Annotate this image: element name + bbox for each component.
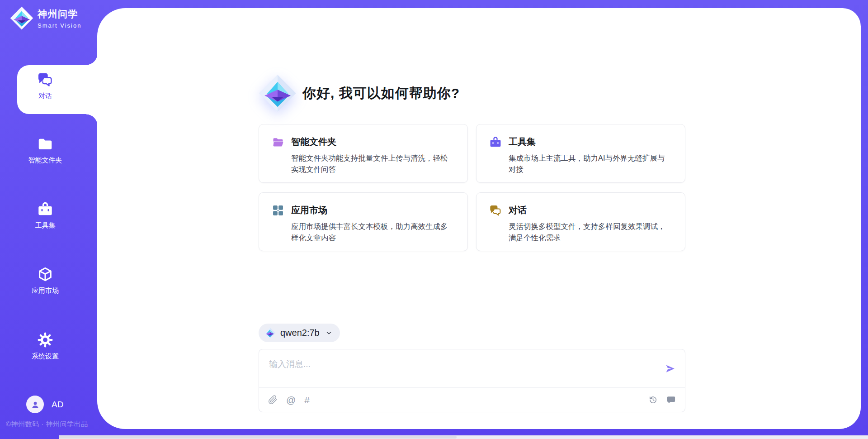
folder-icon bbox=[37, 136, 53, 152]
sidebar-item-label: 应用市场 bbox=[32, 286, 59, 295]
user-profile[interactable]: AD bbox=[26, 396, 63, 413]
toolbox-icon bbox=[37, 201, 53, 217]
brand-subtitle: Smart Vision bbox=[38, 22, 81, 29]
folder-icon bbox=[272, 136, 284, 148]
person-icon bbox=[30, 399, 41, 410]
composer-input-area bbox=[259, 349, 685, 387]
mention-button[interactable]: @ bbox=[286, 395, 296, 406]
gear-icon bbox=[37, 332, 53, 348]
card-smart-folder[interactable]: 智能文件夹 智能文件夹功能支持批量文件上传与清洗，轻松实现文件问答 bbox=[259, 124, 468, 183]
brand: 神州问学 Smart Vision bbox=[10, 6, 81, 30]
chevron-down-icon bbox=[325, 329, 333, 337]
brand-text: 神州问学 Smart Vision bbox=[38, 8, 81, 29]
model-selector[interactable]: qwen2:7b bbox=[259, 324, 340, 342]
send-button[interactable] bbox=[665, 363, 676, 376]
brand-logo-diamond-icon bbox=[10, 6, 33, 30]
at-icon: @ bbox=[286, 395, 296, 406]
brand-name: 神州问学 bbox=[38, 8, 81, 20]
send-icon bbox=[665, 363, 676, 374]
card-description: 应用市场提供丰富长文本模板，助力高效生成多样化文章内容 bbox=[291, 221, 455, 243]
model-name: qwen2:7b bbox=[280, 328, 320, 338]
card-body: 对话 灵活切换多模型文件，支持多样回复效果调试，满足个性化需求 bbox=[509, 204, 672, 239]
nav-active-fillet-top bbox=[86, 53, 98, 65]
app-logo-diamond-icon bbox=[259, 74, 297, 112]
main-panel: 你好, 我可以如何帮助你? 智能文件夹 智能文件夹功能支持批量文件上传与清洗，轻… bbox=[97, 8, 861, 429]
card-title: 应用市场 bbox=[291, 204, 455, 216]
card-title: 智能文件夹 bbox=[291, 136, 455, 148]
greeting: 你好, 我可以如何帮助你? bbox=[259, 74, 685, 112]
cube-icon bbox=[37, 266, 53, 282]
sidebar-item-label: 对话 bbox=[38, 92, 52, 100]
toolbox-icon bbox=[489, 136, 502, 148]
card-description: 灵活切换多模型文件，支持多样回复效果调试，满足个性化需求 bbox=[509, 221, 672, 243]
scrollbar-thumb[interactable] bbox=[59, 436, 457, 439]
content-column: 你好, 我可以如何帮助你? 智能文件夹 智能文件夹功能支持批量文件上传与清洗，轻… bbox=[259, 74, 685, 412]
model-selector-row: qwen2:7b bbox=[259, 324, 685, 342]
greeting-title: 你好, 我可以如何帮助你? bbox=[302, 84, 460, 103]
sidebar-item-app-market[interactable]: 应用市场 bbox=[0, 266, 90, 295]
history-button[interactable] bbox=[648, 395, 658, 405]
sidebar-item-settings[interactable]: 系统设置 bbox=[0, 332, 90, 361]
copyright-text: ©神州数码 · 神州问学出品 bbox=[6, 420, 88, 429]
hash-icon: # bbox=[304, 395, 310, 406]
horizontal-scrollbar[interactable] bbox=[59, 435, 868, 439]
user-name: AD bbox=[52, 400, 63, 410]
card-description: 智能文件夹功能支持批量文件上传与清洗，轻松实现文件问答 bbox=[291, 153, 455, 175]
card-toolbox[interactable]: 工具集 集成市场上主流工具，助力AI与外界无缝扩展与对接 bbox=[476, 124, 685, 183]
topic-button[interactable]: # bbox=[304, 395, 310, 406]
nav-active-fillet-bottom bbox=[86, 114, 98, 126]
sidebar-item-label: 智能文件夹 bbox=[28, 156, 62, 165]
attach-button[interactable] bbox=[268, 395, 278, 405]
chat-icon bbox=[37, 72, 53, 88]
sidebar-item-smart-folder[interactable]: 智能文件夹 bbox=[0, 136, 90, 165]
sidebar-item-label: 工具集 bbox=[35, 221, 56, 230]
card-chat[interactable]: 对话 灵活切换多模型文件，支持多样回复效果调试，满足个性化需求 bbox=[476, 192, 685, 251]
sidebar-item-toolbox[interactable]: 工具集 bbox=[0, 201, 90, 230]
card-body: 工具集 集成市场上主流工具，助力AI与外界无缝扩展与对接 bbox=[509, 136, 672, 171]
chat-icon bbox=[489, 204, 502, 217]
card-body: 智能文件夹 智能文件夹功能支持批量文件上传与清洗，轻松实现文件问答 bbox=[291, 136, 455, 171]
model-logo-diamond-icon bbox=[264, 327, 276, 339]
card-title: 对话 bbox=[509, 204, 672, 216]
grid-icon bbox=[272, 204, 284, 217]
card-app-market[interactable]: 应用市场 应用市场提供丰富长文本模板，助力高效生成多样化文章内容 bbox=[259, 192, 468, 251]
message-input[interactable] bbox=[269, 358, 659, 384]
card-description: 集成市场上主流工具，助力AI与外界无缝扩展与对接 bbox=[509, 153, 672, 175]
sidebar-item-label: 系统设置 bbox=[32, 352, 59, 361]
message-composer: @ # bbox=[259, 349, 685, 412]
chat-square-icon bbox=[666, 395, 676, 405]
sidebar-item-chat[interactable]: 对话 bbox=[0, 72, 90, 100]
history-icon bbox=[648, 395, 658, 405]
composer-toolbar: @ # bbox=[259, 388, 685, 412]
new-chat-button[interactable] bbox=[666, 395, 676, 405]
card-body: 应用市场 应用市场提供丰富长文本模板，助力高效生成多样化文章内容 bbox=[291, 204, 455, 239]
avatar bbox=[26, 396, 44, 413]
card-title: 工具集 bbox=[509, 136, 672, 148]
paperclip-icon bbox=[268, 395, 278, 405]
feature-cards: 智能文件夹 智能文件夹功能支持批量文件上传与清洗，轻松实现文件问答 工具集 集成… bbox=[259, 124, 685, 251]
sidebar: 神州问学 Smart Vision 对话 智能文件夹 工具集 bbox=[0, 0, 97, 439]
